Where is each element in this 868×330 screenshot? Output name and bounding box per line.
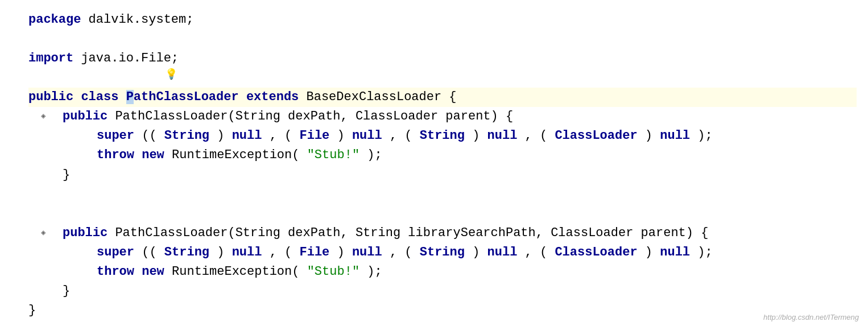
string-stub-1: "Stub!"	[307, 148, 359, 162]
keyword-null-2: null	[352, 129, 382, 143]
keyword-null-4: null	[660, 129, 690, 143]
code-line-5-highlight: public class PathClassLoader extends Bas…	[28, 88, 857, 107]
keyword-throw-2: throw	[97, 265, 134, 279]
keyword-classloader-2: ClassLoader	[555, 245, 637, 259]
keyword-public-3: public	[63, 226, 108, 240]
keyword-file-2: File	[299, 245, 329, 259]
string-stub-2: "Stub!"	[307, 265, 359, 279]
keyword-new-1: new	[142, 148, 164, 162]
code-text: }	[63, 282, 70, 301]
lightbulb-icon: 💡	[165, 67, 177, 83]
keyword-public-2: public	[63, 109, 108, 123]
code-line-15: }	[63, 282, 857, 301]
code-text: throw new RuntimeException( "Stub!" );	[97, 146, 382, 165]
parent-class: BaseDexClassLoader {	[307, 90, 457, 104]
keyword-string-2: String	[420, 129, 465, 143]
code-line-13: super (( String ) null , ( File ) null ,…	[97, 243, 857, 262]
code-text: package dalvik.system;	[28, 10, 193, 30]
keyword-import: import	[28, 51, 73, 65]
code-line-8: throw new RuntimeException( "Stub!" );	[97, 146, 857, 165]
keyword-file-1: File	[299, 129, 329, 143]
keyword-null-7: null	[487, 245, 518, 259]
code-text: super (( String ) null , ( File ) null ,…	[97, 243, 713, 262]
keyword-classloader-1: ClassLoader	[555, 129, 637, 143]
code-line-empty-4	[28, 204, 857, 224]
keyword-null-1: null	[232, 129, 262, 143]
gutter-icon-2: ◈	[41, 227, 46, 240]
code-line-1: package dalvik.system;	[28, 10, 857, 30]
keyword-null-8: null	[660, 245, 690, 259]
keyword-public-1: public	[28, 90, 73, 104]
keyword-new-2: new	[142, 265, 164, 279]
keyword-string-3: String	[164, 245, 209, 259]
keyword-package: package	[28, 13, 81, 27]
code-text: throw new RuntimeException( "Stub!" );	[97, 262, 382, 282]
keyword-throw-1: throw	[97, 148, 134, 162]
code-line-empty-1	[28, 30, 857, 49]
gutter-icon-1: ◈	[41, 110, 46, 123]
code-text: import java.io.File;	[28, 49, 179, 68]
keyword-null-5: null	[232, 245, 262, 259]
space: PathClassLoader(String dexPath, ClassLoa…	[115, 109, 513, 123]
code-text: }	[28, 301, 36, 320]
code-line-12: ◈ public PathClassLoader(String dexPath,…	[63, 224, 857, 243]
keyword-string-4: String	[420, 245, 465, 259]
code-text: public PathClassLoader(String dexPath, C…	[63, 107, 513, 126]
code-line-3: import java.io.File;	[28, 49, 857, 68]
keyword-null-6: null	[352, 245, 382, 259]
keyword-super-2: super	[97, 245, 134, 259]
code-line-empty-2: 💡	[28, 68, 857, 88]
code-line-14: throw new RuntimeException( "Stub!" );	[97, 262, 857, 282]
code-area: package dalvik.system; import java.io.Fi…	[0, 10, 868, 320]
classname-rest: athClassLoader	[134, 90, 239, 104]
keyword-class: class	[81, 90, 118, 104]
selected-p: P	[126, 90, 134, 104]
code-line-7: super (( String ) null , ( File ) null ,…	[97, 126, 857, 146]
code-line-9: }	[63, 166, 857, 185]
code-text: super (( String ) null , ( File ) null ,…	[97, 126, 713, 146]
keyword-string-1: String	[164, 129, 209, 143]
code-line-6: ◈ public PathClassLoader(String dexPath,…	[63, 107, 857, 126]
editor-container: package dalvik.system; import java.io.Fi…	[0, 0, 868, 330]
code-text: public class PathClassLoader extends Bas…	[28, 90, 457, 104]
keyword-null-3: null	[487, 129, 518, 143]
code-line-16: }	[28, 301, 857, 320]
code-text: }	[63, 166, 70, 185]
watermark: http://blog.csdn.net/ITermeng	[763, 312, 859, 323]
keyword-extends: extends	[246, 90, 299, 104]
code-line-empty-3	[28, 185, 857, 204]
keyword-super-1: super	[97, 129, 134, 143]
code-text: public PathClassLoader(String dexPath, S…	[63, 224, 708, 243]
